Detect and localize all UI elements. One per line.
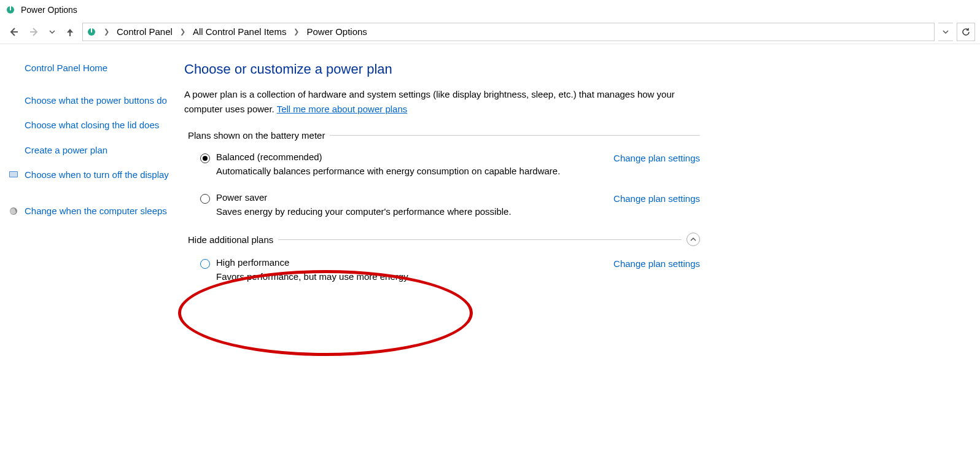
address-bar[interactable]: ❯ Control Panel ❯ All Control Panel Item… — [82, 23, 935, 41]
page-heading: Choose or customize a power plan — [184, 61, 700, 77]
history-dropdown[interactable] — [47, 23, 58, 41]
forward-button[interactable] — [26, 23, 43, 41]
window-title: Power Options — [21, 5, 77, 15]
titlebar: Power Options — [0, 0, 980, 20]
up-button[interactable] — [61, 23, 79, 41]
breadcrumb-item[interactable]: Control Panel — [114, 25, 175, 38]
sidebar-link-turn-off-display[interactable]: Choose when to turn off the display — [25, 168, 169, 182]
refresh-button[interactable] — [957, 23, 975, 41]
plan-row-power-saver: Power saver Saves energy by reducing you… — [184, 192, 700, 217]
sidebar-link-closing-lid[interactable]: Choose what closing the lid does — [25, 118, 172, 133]
chevron-right-icon[interactable]: ❯ — [100, 28, 113, 36]
change-plan-link[interactable]: Change plan settings — [613, 258, 700, 269]
plan-description: Favors performance, but may use more ene… — [216, 271, 410, 282]
radio-balanced[interactable] — [200, 153, 210, 163]
content-area: Control Panel Home Choose what the power… — [0, 44, 980, 298]
section-header-additional[interactable]: Hide additional plans — [184, 233, 700, 246]
help-link[interactable]: Tell me more about power plans — [277, 104, 408, 114]
plan-row-high-performance: High performance Favors performance, but… — [184, 257, 700, 282]
section-label: Plans shown on the battery meter — [184, 130, 325, 141]
breadcrumb-item[interactable]: All Control Panel Items — [190, 25, 289, 38]
plan-name[interactable]: Power saver — [216, 192, 511, 203]
plan-row-balanced: Balanced (recommended) Automatically bal… — [184, 152, 700, 176]
intro-paragraph: A power plan is a collection of hardware… — [184, 89, 675, 114]
control-panel-icon — [85, 26, 98, 38]
sleep-icon — [9, 206, 20, 217]
change-plan-link[interactable]: Change plan settings — [613, 153, 700, 163]
radio-high-performance[interactable] — [200, 259, 210, 269]
chevron-right-icon[interactable]: ❯ — [176, 28, 189, 36]
plan-description: Automatically balances performance with … — [216, 166, 560, 176]
sidebar-link-computer-sleeps[interactable]: Change when the computer sleeps — [25, 204, 167, 218]
sidebar-link-power-buttons[interactable]: Choose what the power buttons do — [25, 94, 172, 108]
plan-name[interactable]: Balanced (recommended) — [216, 152, 560, 162]
section-header-primary: Plans shown on the battery meter — [184, 130, 700, 141]
radio-power-saver[interactable] — [200, 194, 210, 204]
divider — [278, 239, 682, 240]
sidebar-home-link[interactable]: Control Panel Home — [25, 61, 172, 75]
main-panel: Choose or customize a power plan A power… — [184, 61, 725, 298]
collapse-toggle[interactable] — [686, 233, 700, 246]
change-plan-link[interactable]: Change plan settings — [613, 193, 700, 204]
intro-text: A power plan is a collection of hardware… — [184, 87, 700, 117]
address-dropdown[interactable] — [938, 23, 953, 41]
plan-description: Saves energy by reducing your computer's… — [216, 206, 511, 217]
sidebar: Control Panel Home Choose what the power… — [0, 61, 184, 298]
plan-name[interactable]: High performance — [216, 257, 410, 268]
svg-rect-6 — [91, 28, 92, 33]
back-button[interactable] — [5, 23, 22, 41]
display-icon — [9, 170, 20, 181]
annotation-ellipse — [178, 270, 473, 356]
svg-rect-1 — [10, 6, 11, 10]
chevron-right-icon[interactable]: ❯ — [290, 28, 303, 36]
svg-rect-8 — [10, 172, 17, 177]
navigation-bar: ❯ Control Panel ❯ All Control Panel Item… — [0, 20, 980, 44]
power-options-icon — [5, 4, 16, 15]
sidebar-link-create-plan[interactable]: Create a power plan — [25, 144, 172, 158]
breadcrumb-item[interactable]: Power Options — [304, 25, 369, 38]
divider — [330, 135, 700, 136]
section-label: Hide additional plans — [184, 234, 273, 245]
